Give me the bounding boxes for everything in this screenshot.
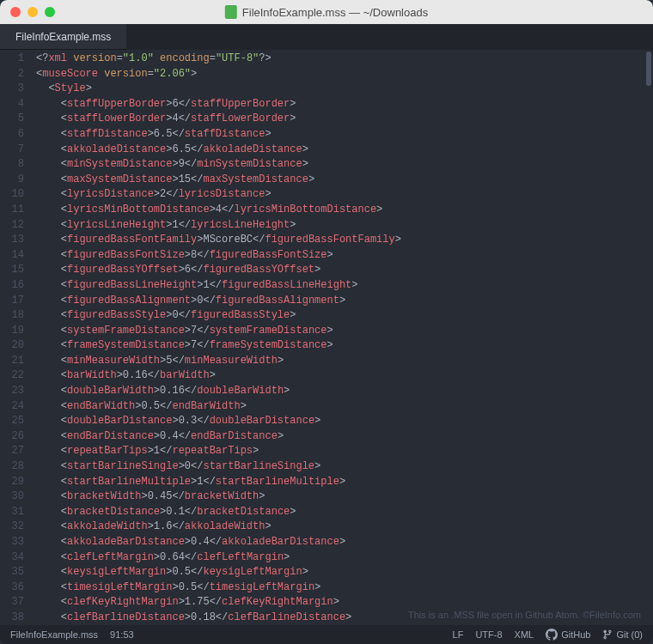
tab-label: FileInfoExample.mss	[15, 31, 111, 43]
line-number: 31	[0, 505, 33, 520]
minimize-window-button[interactable]	[27, 7, 38, 17]
line-number: 7	[0, 143, 33, 158]
line-number: 13	[0, 233, 33, 248]
line-number: 32	[0, 519, 33, 535]
editor[interactable]: 1234567891011121314151617181920212223242…	[0, 50, 653, 625]
line-number: 11	[0, 203, 33, 218]
code-line: <endBarWidth>0.5</endBarWidth>	[36, 399, 653, 415]
line-number: 28	[0, 459, 33, 475]
code-line: <Style>	[36, 82, 653, 97]
line-number: 10	[0, 187, 33, 203]
code-line: <akkoladeWidth>1.6</akkoladeWidth>	[36, 519, 653, 535]
line-number: 9	[0, 173, 33, 188]
line-number: 24	[0, 399, 33, 415]
code-line: <doubleBarDistance>0.3</doubleBarDistanc…	[36, 414, 653, 429]
line-number: 29	[0, 475, 33, 490]
line-number: 18	[0, 308, 33, 324]
code-line: <frameSystemDistance>7</frameSystemDista…	[36, 338, 653, 354]
watermark: This is an .MSS file open in Github Atom…	[408, 610, 641, 620]
maximize-window-button[interactable]	[45, 7, 55, 17]
scrollbar-thumb[interactable]	[646, 52, 651, 86]
status-git-label: Git (0)	[616, 629, 643, 640]
line-number: 38	[0, 611, 33, 626]
titlebar: FileInfoExample.mss — ~/Downloads	[0, 0, 653, 24]
status-git[interactable]: Git (0)	[602, 629, 643, 640]
tab-file[interactable]: FileInfoExample.mss	[0, 24, 126, 50]
status-line-ending[interactable]: LF	[453, 629, 464, 640]
line-number: 17	[0, 294, 33, 309]
code-line: <?xml version="1.0" encoding="UTF-8"?>	[36, 52, 653, 67]
code-line: <figuredBassLineHeight>1</figuredBassLin…	[36, 278, 653, 294]
line-number: 21	[0, 354, 33, 369]
traffic-lights	[0, 7, 55, 17]
line-number: 22	[0, 368, 33, 384]
line-number: 33	[0, 535, 33, 550]
code-line: <staffDistance>6.5</staffDistance>	[36, 127, 653, 143]
status-filename[interactable]: FileInfoExample.mss	[10, 629, 98, 640]
status-github-label: GitHub	[561, 629, 590, 640]
code-line: <repeatBarTips>1</repeatBarTips>	[36, 444, 653, 459]
code-line: <timesigLeftMargin>0.5</timesigLeftMargi…	[36, 580, 653, 596]
code-line: <museScore version="2.06">	[36, 67, 653, 82]
line-number: 27	[0, 444, 33, 459]
line-number: 37	[0, 595, 33, 611]
code-line: <endBarDistance>0.4</endBarDistance>	[36, 429, 653, 445]
gutter: 1234567891011121314151617181920212223242…	[0, 50, 33, 625]
status-cursor[interactable]: 91:53	[110, 629, 134, 640]
window-title-text: FileInfoExample.mss — ~/Downloads	[242, 6, 428, 19]
code-line: <bracketWidth>0.45</bracketWidth>	[36, 489, 653, 505]
line-number: 6	[0, 127, 33, 143]
line-number: 15	[0, 263, 33, 278]
scrollbar[interactable]	[646, 52, 651, 627]
line-number: 3	[0, 82, 33, 97]
line-number: 25	[0, 414, 33, 429]
code-line: <doubleBarWidth>0.16</doubleBarWidth>	[36, 384, 653, 399]
code-line: <startBarlineSingle>0</startBarlineSingl…	[36, 459, 653, 475]
window-title: FileInfoExample.mss — ~/Downloads	[225, 5, 428, 19]
line-number: 35	[0, 565, 33, 580]
code-line: <figuredBassAlignment>0</figuredBassAlig…	[36, 294, 653, 309]
code-area[interactable]: <?xml version="1.0" encoding="UTF-8"?><m…	[33, 50, 653, 625]
code-line: <akkoladeDistance>6.5</akkoladeDistance>	[36, 143, 653, 158]
code-line: <minMeasureWidth>5</minMeasureWidth>	[36, 354, 653, 369]
code-line: <figuredBassStyle>0</figuredBassStyle>	[36, 308, 653, 324]
status-github[interactable]: GitHub	[546, 629, 590, 641]
line-number: 14	[0, 248, 33, 264]
line-number: 23	[0, 384, 33, 399]
status-encoding[interactable]: UTF-8	[475, 629, 502, 640]
line-number: 20	[0, 338, 33, 354]
close-window-button[interactable]	[10, 7, 21, 17]
code-line: <maxSystemDistance>15</maxSystemDistance…	[36, 173, 653, 188]
code-line: <figuredBassFontFamily>MScoreBC</figured…	[36, 233, 653, 248]
code-line: <lyricsDistance>2</lyricsDistance>	[36, 187, 653, 203]
code-line: <keysigLeftMargin>0.5</keysigLeftMargin>	[36, 565, 653, 580]
code-line: <bracketDistance>0.1</bracketDistance>	[36, 505, 653, 520]
code-line: <staffUpperBorder>6</staffUpperBorder>	[36, 97, 653, 112]
tab-bar: FileInfoExample.mss	[0, 24, 653, 50]
line-number: 2	[0, 67, 33, 82]
line-number: 30	[0, 489, 33, 505]
code-line: <systemFrameDistance>7</systemFrameDista…	[36, 324, 653, 339]
code-line: <clefKeyRightMargin>1.75</clefKeyRightMa…	[36, 595, 653, 611]
line-number: 1	[0, 52, 33, 67]
line-number: 4	[0, 97, 33, 112]
code-line: <lyricsLineHeight>1</lyricsLineHeight>	[36, 218, 653, 234]
code-line: <figuredBassYOffset>6</figuredBassYOffse…	[36, 263, 653, 278]
line-number: 36	[0, 580, 33, 596]
code-line: <barWidth>0.16</barWidth>	[36, 368, 653, 384]
git-branch-icon	[602, 629, 613, 640]
line-number: 8	[0, 157, 33, 173]
code-line: <figuredBassFontSize>8</figuredBassFontS…	[36, 248, 653, 264]
statusbar: FileInfoExample.mss 91:53 LF UTF-8 XML G…	[0, 625, 653, 644]
line-number: 16	[0, 278, 33, 294]
line-number: 26	[0, 429, 33, 445]
code-line: <staffLowerBorder>4</staffLowerBorder>	[36, 112, 653, 127]
line-number: 19	[0, 324, 33, 339]
code-line: <akkoladeBarDistance>0.4</akkoladeBarDis…	[36, 535, 653, 550]
line-number: 12	[0, 218, 33, 234]
file-icon	[225, 5, 237, 19]
line-number: 34	[0, 550, 33, 566]
github-icon	[546, 629, 558, 641]
code-line: <clefLeftMargin>0.64</clefLeftMargin>	[36, 550, 653, 566]
status-language[interactable]: XML	[515, 629, 534, 640]
